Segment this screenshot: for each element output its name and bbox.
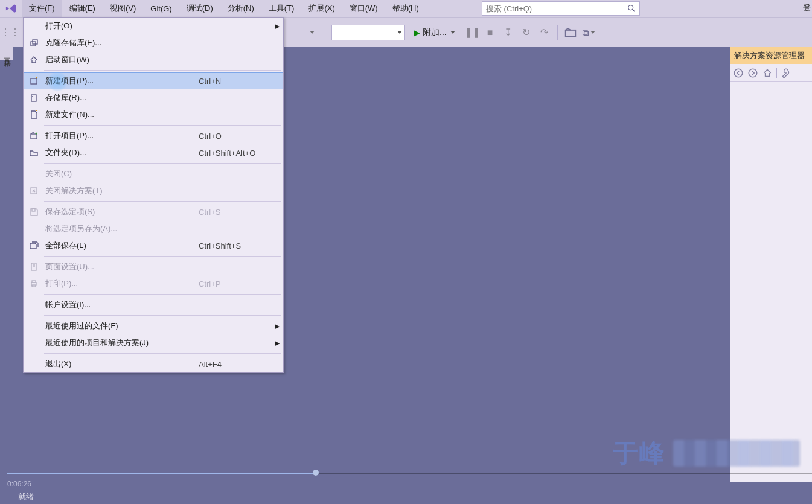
newproj-icon xyxy=(24,76,44,86)
svg-rect-3 xyxy=(583,30,587,35)
menu-item-5[interactable]: 分析(N) xyxy=(220,0,261,17)
file-menu-item-7[interactable]: 文件夹(D)...Ctrl+Shift+Alt+O xyxy=(24,144,283,161)
menu-item-1[interactable]: 编辑(E) xyxy=(62,0,103,17)
solution-explorer-panel: 解决方案资源管理器 xyxy=(730,47,812,482)
watermark: 于峰 xyxy=(613,436,800,470)
menu-item-label: 全部保存(L) xyxy=(44,240,199,251)
menu-item-label: 最近使用的项目和解决方案(J) xyxy=(44,337,199,348)
file-menu-item-17[interactable]: 最近使用的项目和解决方案(J)▶ xyxy=(24,334,283,351)
menu-item-3[interactable]: Git(G) xyxy=(143,0,179,17)
menu-separator xyxy=(44,315,281,316)
menu-item-label: 退出(X) xyxy=(44,359,199,369)
forward-icon[interactable] xyxy=(747,68,758,78)
window-tool-icon[interactable] xyxy=(582,26,595,39)
menu-item-label: 关闭解决方案(T) xyxy=(44,185,199,196)
menu-item-shortcut: Ctrl+Shift+Alt+O xyxy=(199,148,271,158)
wrench-icon[interactable] xyxy=(781,68,791,78)
search-box[interactable] xyxy=(482,1,640,16)
menu-item-label: 克隆存储库(E)... xyxy=(44,37,199,48)
menu-separator xyxy=(44,353,281,354)
file-menu-item-15[interactable]: 帐户设置(I)... xyxy=(24,296,283,313)
back-icon[interactable] xyxy=(733,68,744,78)
menu-separator xyxy=(44,256,281,257)
toolbox-tab[interactable]: 工具箱 xyxy=(0,47,13,60)
config-combo[interactable] xyxy=(331,25,405,40)
menu-item-label: 页面设置(U)... xyxy=(44,261,199,272)
step-over-icon: ↷ xyxy=(538,26,551,39)
menu-item-label: 打开项目(P)... xyxy=(44,130,199,141)
status-bar: 就绪 xyxy=(0,490,812,504)
video-timeline[interactable] xyxy=(7,471,812,475)
timeline-knob[interactable] xyxy=(313,470,319,476)
menu-item-label: 文件夹(D)... xyxy=(44,147,199,158)
folder-tool-icon[interactable] xyxy=(564,26,577,39)
status-text: 就绪 xyxy=(18,491,34,502)
stop-icon: ■ xyxy=(484,26,497,39)
file-menu-item-18[interactable]: 退出(X)Alt+F4 xyxy=(24,356,283,372)
vs-logo-icon xyxy=(0,0,22,17)
play-icon[interactable]: ▶ xyxy=(414,28,420,37)
file-menu-item-8: 关闭(C) xyxy=(24,165,283,182)
repo-icon xyxy=(24,93,44,103)
svg-rect-7 xyxy=(31,78,37,84)
file-menu-item-3[interactable]: 新建项目(P)...Ctrl+N xyxy=(24,72,283,89)
menu-separator xyxy=(44,70,281,71)
attach-button[interactable]: 附加... xyxy=(423,27,455,38)
saveall-icon xyxy=(24,241,44,250)
submenu-arrow-icon: ▶ xyxy=(271,322,283,330)
menu-item-0[interactable]: 文件(F) xyxy=(22,0,62,17)
openproj-icon xyxy=(24,131,44,141)
newfile-icon xyxy=(24,110,44,120)
menu-item-shortcut: Ctrl+N xyxy=(199,77,271,86)
menu-item-label: 新建项目(P)... xyxy=(44,75,199,86)
solution-explorer-title[interactable]: 解决方案资源管理器 xyxy=(730,47,812,64)
menu-separator xyxy=(44,163,281,164)
svg-rect-8 xyxy=(31,95,36,101)
submenu-arrow-icon: ▶ xyxy=(271,339,283,347)
watermark-blur xyxy=(673,440,800,467)
menu-item-7[interactable]: 扩展(X) xyxy=(301,0,342,17)
search-input[interactable] xyxy=(486,4,627,13)
file-menu-item-2[interactable]: 启动窗口(W) xyxy=(24,51,283,68)
separator xyxy=(776,68,777,78)
home-icon[interactable] xyxy=(762,68,773,78)
file-menu-item-4[interactable]: 存储库(R)... xyxy=(24,89,283,106)
file-menu-item-13: 页面设置(U)... xyxy=(24,258,283,275)
step-icon: ↧ xyxy=(502,26,515,39)
menu-separator xyxy=(44,294,281,295)
svg-rect-2 xyxy=(565,30,575,36)
menu-item-6[interactable]: 工具(T) xyxy=(261,0,302,17)
clone-icon xyxy=(24,38,44,48)
attach-label: 附加... xyxy=(423,27,447,38)
file-menu-item-9: 关闭解决方案(T) xyxy=(24,182,283,199)
menu-item-shortcut: Ctrl+O xyxy=(199,132,271,141)
restart-icon: ↻ xyxy=(520,26,533,39)
menu-separator xyxy=(44,201,281,202)
file-menu-item-0[interactable]: 打开(O)▶ xyxy=(24,18,283,34)
svg-point-0 xyxy=(628,5,633,10)
file-menu-item-1[interactable]: 克隆存储库(E)... xyxy=(24,34,283,51)
menu-item-8[interactable]: 窗口(W) xyxy=(342,0,385,17)
file-menu-item-5[interactable]: 新建文件(N)... xyxy=(24,106,283,123)
menu-item-label: 保存选定项(S) xyxy=(44,206,199,217)
menu-bar: 文件(F)编辑(E)视图(V)Git(G)调试(D)分析(N)工具(T)扩展(X… xyxy=(22,0,426,17)
toolbar-separator xyxy=(325,25,325,40)
file-menu-item-16[interactable]: 最近使用过的文件(F)▶ xyxy=(24,317,283,334)
home-icon xyxy=(24,55,44,65)
closesln-icon xyxy=(24,186,44,196)
menu-item-label: 启动窗口(W) xyxy=(44,54,199,65)
file-menu-item-12[interactable]: 全部保存(L)Ctrl+Shift+S xyxy=(24,237,283,254)
toolbar-separator xyxy=(557,25,558,40)
file-menu-item-14: 打印(P)...Ctrl+P xyxy=(24,275,283,292)
menu-item-4[interactable]: 调试(D) xyxy=(179,0,220,17)
solution-explorer-toolbar xyxy=(730,64,812,82)
dropdown-icon[interactable] xyxy=(305,26,319,39)
login-link[interactable]: 登 xyxy=(803,2,811,13)
svg-rect-13 xyxy=(32,209,35,211)
menu-item-2[interactable]: 视图(V) xyxy=(103,0,143,17)
menu-item-9[interactable]: 帮助(H) xyxy=(385,0,426,17)
file-menu-item-6[interactable]: 打开项目(P)...Ctrl+O xyxy=(24,127,283,144)
menu-item-label: 新建文件(N)... xyxy=(44,109,199,120)
svg-point-21 xyxy=(749,69,757,77)
menu-item-shortcut: Ctrl+Shift+S xyxy=(199,241,271,250)
